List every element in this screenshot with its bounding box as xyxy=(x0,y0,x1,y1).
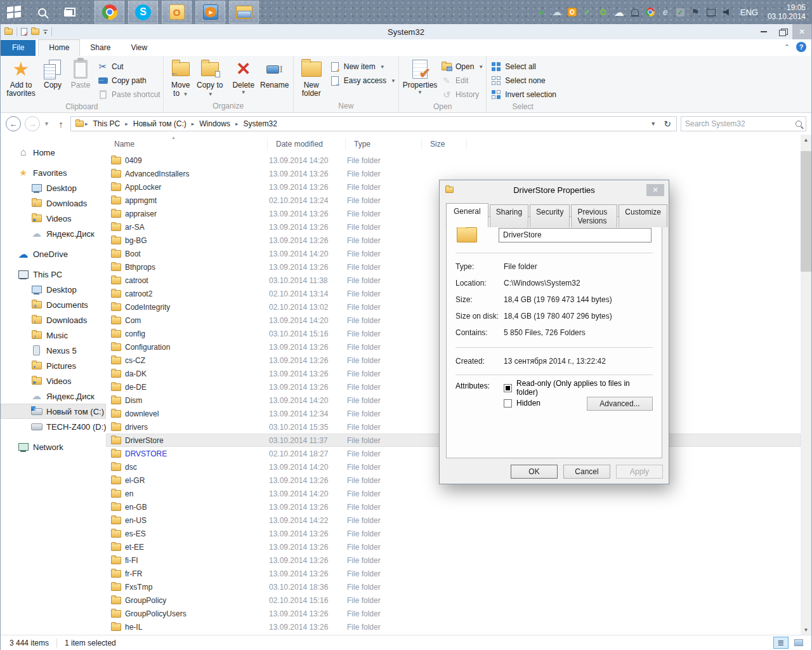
sidebar-item-music[interactable]: ♪Music xyxy=(1,328,106,343)
sidebar-item-network[interactable]: Network xyxy=(1,439,106,454)
open-button[interactable]: Open ▼ xyxy=(441,60,483,74)
dialog-tab-security[interactable]: Security xyxy=(530,204,570,227)
sidebar-item-documents[interactable]: ≡Documents xyxy=(1,297,106,312)
sidebar-item-яндекс-диск[interactable]: Яндекс.Диск xyxy=(1,226,106,241)
sidebar-item-home[interactable]: Home xyxy=(1,145,106,160)
sidebar-item-videos[interactable]: ▸Videos xyxy=(1,211,106,226)
sidebar-item-this-pc[interactable]: This PC xyxy=(1,267,106,282)
file-row-es-es[interactable]: es-ES13.09.2014 13:26File folder xyxy=(106,527,801,540)
cloud-sync-icon[interactable] xyxy=(552,7,562,17)
paste-button[interactable]: Paste xyxy=(67,58,95,91)
file-row-0409[interactable]: 040913.09.2014 14:20File folder xyxy=(106,154,801,167)
details-view-button[interactable]: ≣ xyxy=(773,637,789,649)
cancel-button[interactable]: Cancel xyxy=(563,465,610,479)
copy-to-button[interactable]: Copy to ▼ xyxy=(195,58,225,100)
vertical-scrollbar[interactable]: ▲ ▼ xyxy=(801,135,811,635)
sidebar-item-nexus-5[interactable]: Nexus 5 xyxy=(1,343,106,358)
breadcrumb-dropdown-icon[interactable]: ▼ xyxy=(646,121,660,127)
sidebar-item-desktop[interactable]: Desktop xyxy=(1,282,106,297)
notifications-bell-icon[interactable] xyxy=(630,7,640,17)
antivirus-check-icon[interactable] xyxy=(582,7,593,17)
new-item-button[interactable]: New item ▼ xyxy=(329,60,396,74)
taskbar-app-chrome[interactable] xyxy=(95,1,124,23)
column-header-size[interactable]: Size xyxy=(422,138,467,150)
tab-home[interactable]: Home xyxy=(38,39,80,56)
help-button[interactable]: ? xyxy=(796,42,806,52)
breadcrumb-segment-новый-том-c[interactable]: Новый том (C:) xyxy=(129,119,190,128)
tab-view[interactable]: View xyxy=(121,40,157,56)
outlook-icon[interactable] xyxy=(568,8,577,17)
file-row-en[interactable]: en13.09.2014 14:20File folder xyxy=(106,487,801,500)
minimize-ribbon-button[interactable]: ⌃ xyxy=(784,43,790,51)
history-button[interactable]: ↺ History xyxy=(441,88,483,102)
column-header-date-modified[interactable]: Date modified xyxy=(268,138,346,150)
ok-button[interactable]: OK xyxy=(511,465,558,479)
file-row-grouppolicyusers[interactable]: GroupPolicyUsers13.09.2014 13:26File fol… xyxy=(106,607,801,620)
column-header-type[interactable]: Type xyxy=(346,138,422,150)
folder-name-input[interactable] xyxy=(499,228,652,242)
maximize-button[interactable] xyxy=(773,24,792,39)
sidebar-item-onedrive[interactable]: OneDrive xyxy=(1,246,106,262)
taskbar-app-skype[interactable]: S xyxy=(128,1,158,23)
scroll-down-icon[interactable]: ▼ xyxy=(804,625,809,635)
ie-settings-icon[interactable] xyxy=(660,7,671,17)
file-row-grouppolicy[interactable]: GroupPolicy02.10.2014 15:16File folder xyxy=(106,594,801,607)
dialog-close-button[interactable]: ✕ xyxy=(646,184,664,196)
start-button[interactable] xyxy=(0,0,28,24)
search-input[interactable] xyxy=(685,119,796,128)
tab-file[interactable]: File xyxy=(1,40,36,56)
file-row-fi-fi[interactable]: fi-FI13.09.2014 13:26File folder xyxy=(106,554,801,567)
green-dot-icon[interactable] xyxy=(536,7,546,17)
file-row-en-us[interactable]: en-US13.09.2014 14:22File folder xyxy=(106,514,801,527)
sidebar-item-pictures[interactable]: ▪Pictures xyxy=(1,358,106,373)
back-button[interactable]: ← xyxy=(6,116,21,131)
properties-button[interactable]: Properties ▼ xyxy=(402,58,438,96)
onedrive-icon[interactable] xyxy=(614,7,624,17)
sidebar-item-яндекс-диск[interactable]: Яндекс.Диск xyxy=(1,388,106,404)
file-row-et-ee[interactable]: et-EE13.09.2014 13:26File folder xyxy=(106,540,801,554)
breadcrumb[interactable]: ▸This PC▸Новый том (C:)▸Windows▸System32… xyxy=(70,116,677,131)
taskbar-search-button[interactable] xyxy=(28,0,56,24)
file-row-fxstmp[interactable]: FxsTmp03.10.2014 18:36File folder xyxy=(106,580,801,594)
readonly-checkbox[interactable] xyxy=(504,384,512,392)
sidebar-item-tech-z400-d[interactable]: TECH-Z400 (D:) xyxy=(1,419,106,434)
readonly-checkbox-row[interactable]: Read-only (Only applies to files in fold… xyxy=(504,380,653,395)
copy-button[interactable]: Copy xyxy=(39,58,67,91)
task-view-button[interactable] xyxy=(56,0,84,24)
move-to-button[interactable]: ← Move to ▼ xyxy=(166,58,195,100)
taskbar-app-file-explorer[interactable] xyxy=(229,1,259,23)
sidebar-item-favorites[interactable]: Favorites xyxy=(1,165,106,180)
copy-path-button[interactable]: Copy path xyxy=(97,74,160,88)
tab-share[interactable]: Share xyxy=(80,40,121,56)
scrollbar-track[interactable] xyxy=(801,145,811,625)
file-row-fr-fr[interactable]: fr-FR13.09.2014 13:26File folder xyxy=(106,567,801,580)
minimize-button[interactable] xyxy=(754,24,773,39)
network-icon[interactable] xyxy=(706,7,716,17)
taskbar-app-media-player[interactable] xyxy=(195,1,225,23)
dialog-tab-previous-versions[interactable]: Previous Versions xyxy=(571,204,617,227)
dialog-tab-general[interactable]: General xyxy=(446,203,488,227)
refresh-button[interactable]: ↻ xyxy=(661,119,674,129)
apply-button[interactable]: Apply xyxy=(616,465,663,479)
forward-button[interactable]: → xyxy=(25,116,40,131)
close-button[interactable] xyxy=(792,24,811,39)
new-folder-button[interactable]: New folder xyxy=(296,58,327,99)
up-button[interactable]: ↑ xyxy=(55,119,67,129)
hidden-checkbox[interactable] xyxy=(504,399,512,408)
dialog-tab-customize[interactable]: Customize xyxy=(619,204,667,227)
usb-eject-icon[interactable] xyxy=(676,8,684,17)
qip-icon[interactable] xyxy=(598,7,608,17)
advanced-button[interactable]: Advanced... xyxy=(587,397,653,411)
edit-button[interactable]: ✎ Edit xyxy=(441,74,483,88)
scrollbar-thumb[interactable] xyxy=(801,151,811,272)
explorer-window-icon[interactable] xyxy=(4,29,13,35)
large-icons-view-button[interactable] xyxy=(791,637,806,649)
clock[interactable]: 19:05 03.10.2014 xyxy=(768,3,806,21)
file-row-he-il[interactable]: he-IL13.09.2014 13:26File folder xyxy=(106,620,801,633)
breadcrumb-segment-this-pc[interactable]: This PC xyxy=(89,119,124,128)
invert-selection-button[interactable]: Invert selection xyxy=(490,88,556,102)
rename-button[interactable]: Rename xyxy=(259,58,291,91)
language-indicator[interactable]: ENG xyxy=(740,8,758,17)
sidebar-item-videos[interactable]: ▸Videos xyxy=(1,373,106,388)
select-none-button[interactable]: Select none xyxy=(490,74,556,88)
